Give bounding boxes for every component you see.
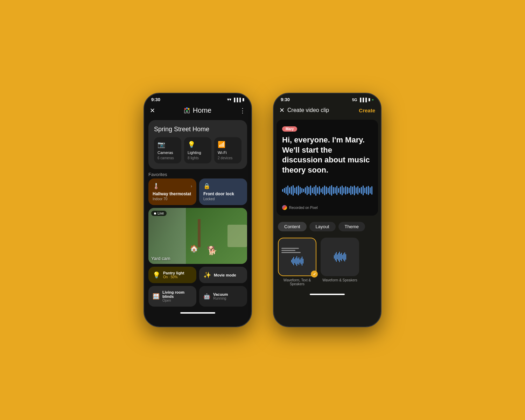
blinds-tile[interactable]: 🪟 Living room blinds Open [148, 286, 196, 307]
svg-point-2 [188, 108, 189, 110]
waveform-bar [338, 188, 339, 193]
app-title-text: Home [193, 106, 211, 114]
favorites-grid: 🌡️ › Hallway thermostat Indoor 70 🔒 Fron… [148, 178, 247, 205]
selected-checkmark: ✓ [311, 271, 318, 278]
thumb-waveform2 [334, 252, 346, 262]
waveform-bar [321, 188, 322, 192]
home-indicator-2 [310, 294, 345, 295]
thermostat-tile[interactable]: 🌡️ › Hallway thermostat Indoor 70 [148, 178, 196, 205]
speaker-badge: Mary [282, 126, 297, 132]
battery-icon2: ▮ [368, 97, 370, 102]
battery-icon: ▮ [242, 97, 244, 102]
video-inner: Mary Hi, everyone. I'm Mary. We'll start… [276, 120, 378, 216]
waveform-bar [329, 186, 330, 195]
tab-layout-label: Layout [316, 224, 329, 229]
5g-icon: 5G [352, 98, 357, 102]
phone2-shell: 9:30 5G ▐▐▐ ▮ ● ✕ Create video clip Crea… [273, 93, 382, 327]
movie-name: Movie mode [214, 273, 243, 277]
bottom-tiles: 🪟 Living room blinds Open 🤖 Vacuum Runni… [148, 286, 247, 307]
phone1-shell: 9:30 ▾▾ ▐▐▐ ▮ ✕ [144, 93, 252, 327]
waveform-bar [289, 187, 290, 194]
vacuum-tile[interactable]: 🤖 Vacuum Running [199, 286, 247, 307]
tab-content-label: Content [284, 224, 300, 229]
device-tile-wifi[interactable]: 📶 Wi-Fi 2 devices [214, 137, 241, 163]
clip-header: ✕ Create video clip Create [274, 104, 381, 117]
waveform-bar [333, 187, 334, 194]
device-tile-lighting[interactable]: 💡 Lighting 8 lights [184, 137, 211, 163]
waveform-bar [357, 186, 358, 195]
lighting-icon: 💡 [188, 141, 208, 148]
waveform-bar [345, 186, 346, 195]
pantry-name: Pantry light [163, 271, 192, 275]
create-button[interactable]: Create [359, 107, 375, 113]
signal-icon2: ▐▐▐ [359, 98, 367, 102]
waveform-bar [284, 188, 285, 193]
phone2-status-bar: 9:30 5G ▐▐▐ ▮ ● [274, 93, 381, 104]
blinds-icon: 🪟 [153, 293, 160, 300]
phone2-inner: 9:30 5G ▐▐▐ ▮ ● ✕ Create video clip Crea… [274, 93, 381, 327]
movie-tile[interactable]: ✨ Movie mode [199, 267, 247, 283]
home-card: Spring Street Home 📷 Cameras 6 cameras 💡… [148, 120, 247, 169]
clip-close-button[interactable]: ✕ [279, 106, 285, 114]
camera-tile[interactable]: 🐕 🏠 Live Yard cam [148, 208, 247, 264]
tab-theme[interactable]: Theme [338, 222, 365, 231]
waveform-bar [305, 187, 306, 194]
vacuum-sub: Running [213, 296, 228, 300]
waveform-bar [324, 186, 325, 195]
signal-icon: ▐▐▐ [233, 98, 241, 102]
phones-container: 9:30 ▾▾ ▐▐▐ ▮ ✕ [144, 93, 382, 327]
waveform-bar [364, 188, 365, 193]
waveform-bar [352, 187, 353, 194]
device-tile-cameras[interactable]: 📷 Cameras 6 cameras [154, 137, 181, 163]
blinds-sub: Open [162, 299, 192, 302]
vacuum-icon: 🤖 [203, 293, 210, 300]
blinds-name: Living room blinds [162, 290, 192, 299]
lock-tile[interactable]: 🔒 Front door lock Locked [199, 178, 247, 205]
layout-thumb-waveform-text: ✓ [278, 238, 316, 276]
lock-sub: Locked [203, 197, 243, 201]
thermostat-name: Hallway thermostat [153, 191, 192, 196]
layout-option-waveform-text[interactable]: ✓ Waveform, Text & Speakers [278, 238, 316, 286]
waveform-bar [366, 187, 367, 194]
layout-option-waveform[interactable]: Waveform & Speakers [321, 238, 359, 286]
cameras-sub: 6 cameras [158, 156, 178, 160]
waveform-bar [301, 188, 302, 193]
pantry-tile[interactable]: 💡 Pantry light On · 50% [148, 267, 196, 283]
waveform-bar [340, 187, 341, 194]
layout-option-label-1: Waveform, Text & Speakers [280, 278, 315, 286]
tab-content[interactable]: Content [278, 222, 307, 231]
waveform-bar [347, 187, 348, 194]
phone2-status-icons: 5G ▐▐▐ ▮ ● [352, 97, 374, 102]
waveform-bar [368, 186, 369, 195]
waveform-bar [294, 188, 295, 193]
favorites-label: Favorites [148, 172, 247, 177]
tab-layout[interactable]: Layout [309, 222, 336, 231]
waveform-bar [303, 189, 304, 192]
tab-theme-label: Theme [345, 224, 359, 229]
waveform-bar [322, 187, 323, 194]
vacuum-info: Vacuum Running [213, 292, 228, 300]
waveform-bar [317, 187, 318, 194]
lighting-name: Lighting [188, 150, 208, 155]
waveform-bar [291, 186, 292, 195]
movie-info: Movie mode [214, 273, 243, 277]
app-title: Home [183, 106, 211, 114]
camera-bg: 🐕 🏠 [148, 208, 247, 264]
waveform-bar [308, 187, 309, 194]
menu-button[interactable]: ⋮ [239, 107, 246, 114]
waveform-bar [335, 187, 336, 194]
svg-point-1 [186, 107, 188, 109]
sparkle-icon: ✨ [203, 271, 211, 279]
waveform-bar [287, 186, 288, 195]
recorded-label: Recorded on Pixel [289, 206, 318, 210]
layout-options: ✓ Waveform, Text & Speakers [274, 235, 381, 292]
close-button[interactable]: ✕ [150, 107, 155, 114]
thermostat-icon: 🌡️ [153, 183, 160, 189]
phone2-content: ✕ Create video clip Create Mary Hi, ever… [274, 104, 381, 327]
waveform-bar [349, 188, 350, 193]
home-indicator [180, 312, 215, 314]
edit-tabs: Content Layout Theme [274, 218, 381, 235]
phone2-camera-notch [319, 98, 323, 102]
phone1-camera-notch [192, 98, 195, 102]
wifi-device-icon: 📶 [218, 141, 238, 148]
